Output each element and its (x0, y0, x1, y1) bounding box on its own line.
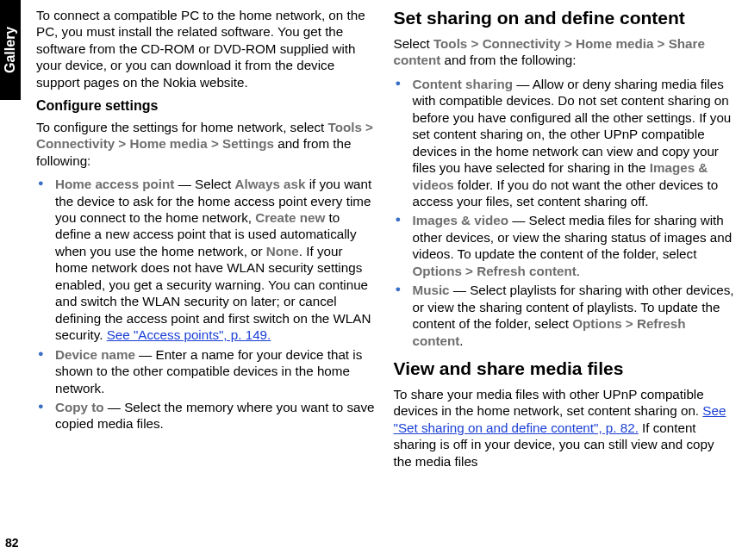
menu-sep: > (622, 316, 637, 331)
text: and from the following: (440, 53, 576, 67)
option-always-ask: Always ask (235, 177, 306, 191)
menu-refresh: Refresh content (477, 264, 577, 278)
list-item-copy-to: Copy to — Select the memory where you wa… (36, 399, 378, 432)
list-item-images-video: Images & video — Select media files for … (394, 212, 736, 279)
option-none: None (266, 244, 299, 258)
label: Device name (55, 347, 135, 362)
menu-sep: > (467, 36, 482, 51)
menu-sep: > (462, 264, 477, 278)
side-tab: Gallery (0, 0, 21, 100)
text: Select (394, 36, 433, 51)
menu-options: Options (413, 264, 462, 278)
set-sharing-heading: Set sharing on and define content (394, 7, 736, 30)
label: Music (413, 283, 450, 297)
set-sharing-intro: Select Tools > Connectivity > Home media… (394, 35, 736, 69)
menu-settings: Settings (222, 136, 274, 151)
menu-sep: > (208, 136, 222, 151)
configure-intro: To configure the settings for home netwo… (36, 119, 378, 169)
menu-sep: > (362, 120, 373, 134)
view-share-heading: View and share media files (394, 358, 736, 381)
text: — Select the memory where you want to sa… (55, 400, 375, 431)
list-item-content-sharing: Content sharing — Allow or deny sharing … (394, 76, 736, 210)
link-access-points[interactable]: See "Access points", p. 149. (107, 327, 271, 342)
menu-home-media: Home media (576, 36, 653, 51)
label: Copy to (55, 400, 104, 414)
intro-paragraph: To connect a compatible PC to the home n… (36, 7, 378, 90)
text: To share your media files with other UPn… (394, 387, 704, 418)
text: . (577, 264, 580, 278)
page-content: To connect a compatible PC to the home n… (36, 7, 735, 553)
menu-home-media: Home media (129, 136, 207, 151)
page-number: 82 (5, 536, 19, 550)
view-share-paragraph: To share your media files with other UPn… (394, 386, 736, 470)
text: . (459, 333, 463, 348)
menu-sep: > (561, 36, 576, 51)
sharing-bullet-list: Content sharing — Allow or deny sharing … (394, 76, 736, 349)
configure-bullet-list: Home access point — Select Always ask if… (36, 176, 378, 432)
menu-tools: Tools (433, 36, 467, 51)
label: Images & video (413, 213, 508, 227)
option-create-new: Create new (255, 210, 325, 225)
label: Home access point (55, 177, 174, 191)
text: folder. If you do not want the other dev… (413, 177, 719, 208)
list-item-home-access-point: Home access point — Select Always ask if… (36, 176, 378, 344)
menu-connectivity: Connectivity (483, 36, 561, 51)
label: Content sharing (413, 77, 513, 91)
menu-sep: > (653, 36, 668, 51)
text: — Select (174, 177, 234, 191)
text: To configure the settings for home netwo… (36, 120, 328, 134)
list-item-music: Music — Select playlists for sharing wit… (394, 282, 736, 349)
menu-tools: Tools (328, 120, 362, 134)
menu-sep: > (115, 136, 129, 151)
list-item-device-name: Device name — Enter a name for your devi… (36, 346, 378, 396)
menu-options: Options (572, 316, 621, 331)
menu-connectivity: Connectivity (36, 136, 115, 151)
configure-settings-heading: Configure settings (36, 97, 378, 115)
